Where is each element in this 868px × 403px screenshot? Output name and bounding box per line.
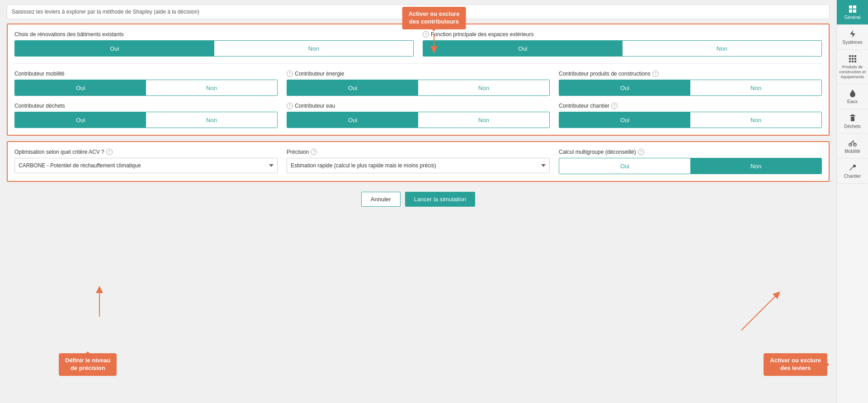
- sidebar-label-systemes: Systèmes: [843, 40, 863, 45]
- trash-icon: [848, 114, 857, 123]
- label-precision: Précision ?: [287, 149, 550, 155]
- sidebar-label-mobilite: Mobilité: [844, 149, 860, 154]
- svg-rect-11: [849, 61, 851, 62]
- label-contributeur-energie: ? Contributeur énergie: [287, 71, 550, 77]
- label-critere-acv: Optimisation selon quel critère ACV ? ?: [14, 149, 278, 155]
- toggle-non-fonction-espaces[interactable]: Non: [623, 41, 822, 56]
- toggle-oui-multigroupe[interactable]: Oui: [559, 158, 690, 174]
- field-contributeur-produits: Contributeur produits de constructions ?…: [559, 71, 822, 96]
- launch-button[interactable]: Lancer la simulation: [405, 192, 476, 207]
- lightning-icon: [848, 29, 857, 38]
- svg-rect-12: [852, 61, 854, 62]
- field-contributeur-mobilite: Contributeur mobilité Oui Non: [14, 71, 278, 96]
- toggle-contributeur-chantier: Oui Non: [559, 112, 822, 128]
- contributors-section: Choix de rénovations des bâtiments exist…: [7, 24, 830, 136]
- label-choix-renovations: Choix de rénovations des bâtiments exist…: [14, 31, 414, 38]
- info-icon-eau: ?: [287, 103, 293, 109]
- toggle-non-choix-renovations[interactable]: Non: [214, 41, 414, 56]
- svg-rect-8: [849, 58, 851, 60]
- toggle-non-mobilite[interactable]: Non: [146, 80, 277, 95]
- sidebar-item-chantier[interactable]: Chantier: [837, 159, 868, 184]
- sidebar-label-dechets: Déchets: [844, 124, 861, 129]
- toggle-contributeur-mobilite: Oui Non: [14, 80, 278, 96]
- svg-rect-2: [849, 9, 852, 13]
- toggle-oui-dechets[interactable]: Oui: [15, 112, 146, 128]
- info-icon-acv: ?: [106, 149, 113, 155]
- svg-rect-13: [854, 61, 856, 62]
- row-1: Choix de rénovations des bâtiments exist…: [14, 31, 822, 57]
- field-critere-acv: Optimisation selon quel critère ACV ? ? …: [14, 149, 278, 173]
- field-choix-renovations: Choix de rénovations des bâtiments exist…: [14, 31, 414, 57]
- svg-rect-9: [852, 58, 854, 60]
- info-icon-fonction: ?: [423, 31, 429, 38]
- field-precision: Précision ? Estimation rapide (calcul le…: [287, 149, 550, 173]
- toggle-oui-energie[interactable]: Oui: [287, 80, 418, 95]
- field-fonction-espaces: ? Fonction principale des espaces extéri…: [423, 31, 822, 57]
- field-calcul-multigroupe: Calcul multigroupe (déconseillé) ? Oui N…: [559, 149, 822, 174]
- cancel-button[interactable]: Annuler: [361, 192, 401, 207]
- toggle-non-energie[interactable]: Non: [418, 80, 549, 95]
- toggle-non-eau[interactable]: Non: [418, 112, 549, 128]
- toggle-oui-eau[interactable]: Oui: [287, 112, 418, 128]
- sidebar-item-systemes[interactable]: Systèmes: [837, 25, 868, 50]
- divider-1: [14, 63, 822, 64]
- label-contributeur-produits: Contributeur produits de constructions ?: [559, 71, 822, 77]
- svg-rect-16: [851, 114, 854, 115]
- select-critere-acv[interactable]: CARBONE - Potentiel de réchauffement cli…: [14, 158, 278, 173]
- svg-rect-5: [849, 55, 851, 57]
- svg-rect-6: [852, 55, 854, 57]
- grid-small-icon: [848, 54, 857, 63]
- drop-icon: [848, 89, 857, 98]
- field-contributeur-eau: ? Contributeur eau Oui Non: [287, 103, 550, 128]
- toggle-contributeur-energie: Oui Non: [287, 80, 550, 96]
- sidebar-item-eaux[interactable]: Eaux: [837, 84, 868, 109]
- toggle-calcul-multigroupe: Oui Non: [559, 158, 822, 174]
- bottom-bar: Annuler Lancer la simulation: [7, 192, 830, 211]
- sidebar-item-dechets[interactable]: Déchets: [837, 109, 868, 134]
- toggle-contributeur-eau: Oui Non: [287, 112, 550, 128]
- svg-rect-15: [850, 115, 855, 116]
- label-calcul-multigroupe: Calcul multigroupe (déconseillé) ?: [559, 149, 822, 155]
- label-contributeur-eau: ? Contributeur eau: [287, 103, 550, 109]
- toggle-contributeur-produits: Oui Non: [559, 80, 822, 96]
- sidebar-label-chantier: Chantier: [844, 174, 861, 179]
- optimization-section: Optimisation selon quel critère ACV ? ? …: [7, 141, 830, 182]
- info-icon-multigroupe: ?: [638, 149, 644, 155]
- toggle-choix-renovations: Oui Non: [14, 40, 414, 57]
- toggle-non-produits[interactable]: Non: [690, 80, 821, 95]
- svg-rect-3: [853, 9, 856, 13]
- svg-rect-1: [853, 5, 856, 9]
- toggle-non-chantier[interactable]: Non: [690, 112, 821, 128]
- toggle-non-multigroupe[interactable]: Non: [690, 158, 821, 174]
- field-contributeur-chantier: Contributeur chantier ? Oui Non: [559, 103, 822, 128]
- label-fonction-espaces: ? Fonction principale des espaces extéri…: [423, 31, 822, 38]
- field-contributeur-energie: ? Contributeur énergie Oui Non: [287, 71, 550, 96]
- info-icon-precision: ?: [311, 149, 317, 155]
- sidebar-item-mobilite[interactable]: Mobilité: [837, 134, 868, 159]
- toggle-contributeur-dechets: Oui Non: [14, 112, 278, 128]
- field-contributeur-dechets: Contributeur déchets Oui Non: [14, 103, 278, 128]
- sidebar-item-produits[interactable]: Produits de construction et équipements: [837, 50, 868, 84]
- sidebar: Général Systèmes Produits de constructio…: [836, 0, 868, 403]
- grid-icon: [848, 5, 857, 14]
- label-contributeur-dechets: Contributeur déchets: [14, 103, 278, 109]
- toggle-oui-choix-renovations[interactable]: Oui: [15, 41, 214, 56]
- toggle-oui-fonction-espaces[interactable]: Oui: [423, 41, 623, 56]
- row-2: Contributeur mobilité Oui Non ? Contribu…: [14, 71, 822, 96]
- svg-marker-4: [850, 30, 855, 38]
- sidebar-item-general[interactable]: Général: [837, 0, 868, 25]
- toggle-non-dechets[interactable]: Non: [146, 112, 277, 128]
- tools-icon: [848, 163, 857, 172]
- toggle-oui-mobilite[interactable]: Oui: [15, 80, 146, 95]
- label-contributeur-mobilite: Contributeur mobilité: [14, 71, 278, 77]
- info-icon-chantier: ?: [611, 103, 618, 109]
- info-icon-energie: ?: [287, 71, 293, 77]
- toggle-oui-chantier[interactable]: Oui: [559, 112, 690, 128]
- svg-rect-0: [849, 5, 852, 9]
- toggle-oui-produits[interactable]: Oui: [559, 80, 690, 95]
- subtitle-text: Saisissez les leviers à explorer par la …: [7, 5, 830, 19]
- bike-icon: [848, 138, 857, 147]
- row-optimization: Optimisation selon quel critère ACV ? ? …: [14, 149, 822, 174]
- select-precision[interactable]: Estimation rapide (calcul le plus rapide…: [287, 158, 550, 173]
- svg-rect-10: [854, 58, 856, 60]
